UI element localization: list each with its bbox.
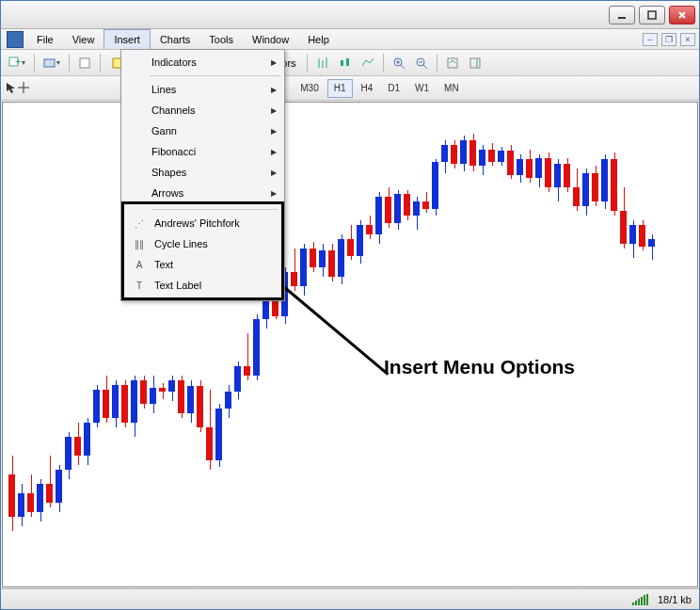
statusbar: 18/1 kb [1, 588, 699, 609]
menu-item-text-label[interactable]: TText Label [126, 275, 279, 296]
menu-item-indicators[interactable]: Indicators▶ [123, 52, 282, 72]
svg-rect-166 [639, 225, 645, 247]
svg-rect-152 [573, 187, 580, 206]
menu-item-fibonacci[interactable]: Fibonacci▶ [123, 141, 282, 162]
svg-rect-112 [385, 197, 391, 223]
timeframe-h4[interactable]: H4 [355, 79, 380, 98]
menu-item-cycle-lines[interactable]: ∥∥Cycle Lines [126, 233, 279, 254]
mdi-minimize-button[interactable]: – [643, 33, 658, 46]
svg-rect-54 [112, 385, 119, 418]
zoom-out-button[interactable] [411, 53, 432, 73]
menu-item-shapes[interactable]: Shapes▶ [123, 162, 282, 183]
menu-help[interactable]: Help [298, 29, 339, 49]
svg-rect-116 [404, 194, 410, 216]
menu-charts[interactable]: Charts [151, 29, 199, 49]
svg-rect-74 [206, 427, 213, 460]
toolbar-drawing: M1 M5 M15 M30 H1 H4 D1 W1 MN [1, 76, 699, 101]
menu-item-arrows[interactable]: Arrows▶ [123, 183, 282, 203]
svg-rect-134 [488, 150, 495, 162]
svg-rect-110 [375, 197, 382, 234]
market-watch-button[interactable] [74, 53, 95, 73]
svg-rect-76 [215, 409, 222, 460]
svg-rect-84 [253, 319, 260, 376]
svg-rect-64 [159, 388, 166, 392]
svg-rect-114 [394, 194, 401, 223]
svg-rect-142 [526, 159, 533, 178]
menu-item-text[interactable]: AText [126, 254, 279, 275]
text-icon: A [132, 260, 147, 270]
svg-rect-106 [357, 225, 363, 256]
svg-rect-32 [8, 474, 15, 517]
svg-rect-140 [517, 159, 523, 175]
submenu-arrow-icon: ▶ [271, 189, 277, 198]
svg-rect-108 [366, 225, 373, 234]
timeframe-h1[interactable]: H1 [327, 79, 353, 98]
chart-shift-button[interactable] [465, 53, 485, 73]
line-chart-button[interactable] [358, 53, 378, 73]
svg-rect-42 [56, 470, 62, 503]
svg-rect-82 [244, 366, 250, 376]
menu-insert[interactable]: Insert [103, 29, 151, 49]
timeframe-d1[interactable]: D1 [381, 79, 406, 98]
svg-rect-146 [545, 158, 551, 187]
svg-rect-58 [131, 380, 137, 423]
svg-rect-56 [121, 385, 128, 423]
svg-line-23 [423, 65, 427, 69]
submenu-arrow-icon: ▶ [271, 86, 277, 94]
svg-rect-150 [564, 164, 570, 187]
svg-rect-130 [469, 140, 476, 166]
menu-window[interactable]: Window [243, 29, 298, 49]
menu-item-lines[interactable]: Lines▶ [123, 79, 282, 100]
menubar: File View Insert Charts Tools Window Hel… [1, 29, 699, 50]
text-label-icon: T [132, 281, 147, 291]
svg-rect-38 [37, 484, 43, 512]
menu-view[interactable]: View [63, 29, 104, 49]
svg-rect-136 [498, 151, 504, 162]
submenu-arrow-icon: ▶ [271, 58, 277, 67]
svg-rect-158 [601, 159, 608, 201]
pitchfork-icon: ⋰ [132, 218, 147, 229]
minimize-button[interactable] [609, 6, 635, 24]
timeframe-w1[interactable]: W1 [408, 79, 436, 98]
svg-rect-40 [46, 484, 53, 503]
timeframe-mn[interactable]: MN [438, 79, 466, 98]
menu-item-andrews-pitchfork[interactable]: ⋰Andrews' Pitchfork [126, 213, 279, 233]
menu-item-gann[interactable]: Gann▶ [123, 120, 282, 141]
mdi-restore-button[interactable]: ❐ [661, 33, 676, 46]
crosshair-button[interactable] [18, 82, 29, 95]
zoom-in-button[interactable] [389, 53, 409, 73]
menu-tools[interactable]: Tools [199, 29, 243, 49]
svg-rect-7 [80, 58, 89, 68]
cursor-button[interactable] [5, 82, 16, 95]
profiles-button[interactable]: ▾ [40, 53, 64, 73]
menu-item-channels[interactable]: Channels▶ [123, 100, 282, 120]
candlestick-chart-button[interactable] [335, 53, 356, 73]
svg-rect-68 [178, 380, 184, 413]
menu-file[interactable]: File [27, 29, 63, 49]
svg-rect-1 [648, 11, 656, 19]
submenu-arrow-icon: ▶ [271, 127, 277, 136]
close-button[interactable] [669, 6, 695, 24]
svg-rect-70 [187, 386, 194, 413]
svg-rect-98 [319, 250, 326, 267]
submenu-arrow-icon: ▶ [271, 169, 277, 177]
svg-rect-138 [507, 151, 514, 175]
svg-rect-60 [140, 380, 147, 404]
svg-rect-132 [479, 150, 485, 166]
app-window: File View Insert Charts Tools Window Hel… [0, 0, 700, 610]
svg-rect-102 [338, 239, 344, 277]
svg-rect-92 [291, 272, 297, 286]
maximize-button[interactable] [639, 6, 665, 24]
svg-rect-62 [150, 388, 156, 404]
auto-scroll-button[interactable] [442, 53, 463, 73]
bar-chart-button[interactable] [312, 53, 333, 73]
svg-rect-36 [27, 493, 34, 512]
new-chart-button[interactable]: +▾ [5, 53, 29, 73]
timeframe-m30[interactable]: M30 [294, 79, 325, 98]
svg-rect-156 [592, 173, 598, 201]
svg-rect-16 [341, 60, 343, 66]
svg-rect-26 [470, 58, 480, 68]
svg-rect-154 [582, 173, 589, 206]
mdi-close-button[interactable]: × [680, 33, 695, 46]
svg-rect-80 [234, 366, 241, 392]
